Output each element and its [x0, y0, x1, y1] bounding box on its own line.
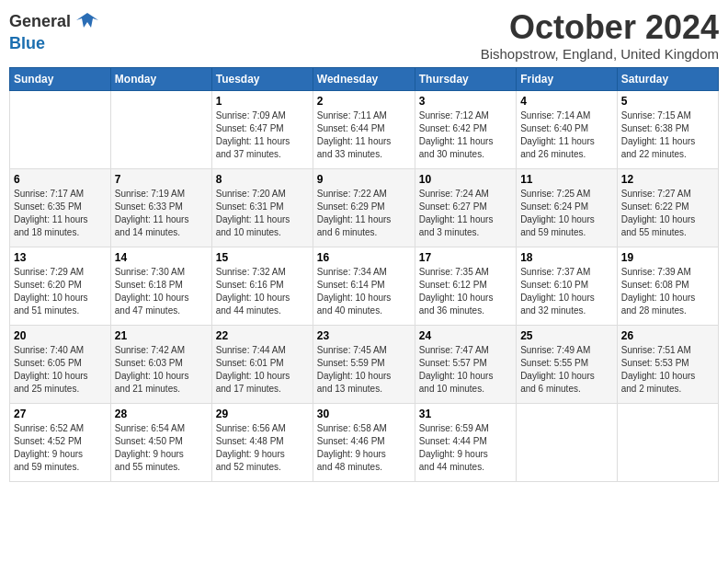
day-number: 14 [115, 251, 208, 264]
day-info: Sunrise: 7:47 AM Sunset: 5:57 PM Dayligh… [419, 344, 512, 396]
page-header: General Blue October 2024 Bishopstrow, E… [9, 9, 719, 62]
calendar-cell: 1Sunrise: 7:09 AM Sunset: 6:47 PM Daylig… [211, 90, 313, 168]
calendar-cell: 29Sunrise: 6:56 AM Sunset: 4:48 PM Dayli… [211, 403, 313, 481]
calendar-cell: 22Sunrise: 7:44 AM Sunset: 6:01 PM Dayli… [211, 325, 313, 403]
day-number: 5 [621, 95, 714, 108]
calendar-cell: 26Sunrise: 7:51 AM Sunset: 5:53 PM Dayli… [617, 325, 718, 403]
day-number: 20 [14, 329, 107, 342]
day-number: 12 [621, 173, 714, 186]
day-info: Sunrise: 7:22 AM Sunset: 6:29 PM Dayligh… [317, 188, 411, 239]
day-info: Sunrise: 7:30 AM Sunset: 6:18 PM Dayligh… [115, 266, 208, 317]
day-number: 19 [621, 251, 714, 264]
day-number: 30 [317, 408, 411, 420]
day-info: Sunrise: 7:40 AM Sunset: 6:05 PM Dayligh… [14, 344, 107, 396]
day-info: Sunrise: 7:24 AM Sunset: 6:27 PM Dayligh… [419, 188, 512, 239]
calendar-cell: 9Sunrise: 7:22 AM Sunset: 6:29 PM Daylig… [313, 168, 415, 247]
day-of-week-monday: Monday [110, 67, 211, 90]
day-info: Sunrise: 6:59 AM Sunset: 4:44 PM Dayligh… [419, 422, 512, 474]
day-info: Sunrise: 7:17 AM Sunset: 6:35 PM Dayligh… [14, 188, 107, 239]
day-info: Sunrise: 7:25 AM Sunset: 6:24 PM Dayligh… [520, 188, 613, 239]
calendar-cell: 30Sunrise: 6:58 AM Sunset: 4:46 PM Dayli… [313, 403, 415, 481]
month-title: October 2024 [481, 9, 719, 46]
day-info: Sunrise: 7:49 AM Sunset: 5:55 PM Dayligh… [520, 344, 613, 396]
day-number: 28 [115, 408, 208, 420]
calendar-cell: 27Sunrise: 6:52 AM Sunset: 4:52 PM Dayli… [10, 403, 111, 481]
calendar-cell: 20Sunrise: 7:40 AM Sunset: 6:05 PM Dayli… [10, 325, 111, 403]
day-info: Sunrise: 7:11 AM Sunset: 6:44 PM Dayligh… [317, 109, 411, 161]
location: Bishopstrow, England, United Kingdom [481, 46, 719, 62]
day-number: 25 [520, 329, 613, 342]
calendar-week-1: 1Sunrise: 7:09 AM Sunset: 6:47 PM Daylig… [10, 90, 719, 168]
calendar-cell: 3Sunrise: 7:12 AM Sunset: 6:42 PM Daylig… [415, 90, 516, 168]
calendar-cell: 11Sunrise: 7:25 AM Sunset: 6:24 PM Dayli… [517, 168, 618, 247]
day-info: Sunrise: 7:51 AM Sunset: 5:53 PM Dayligh… [621, 344, 714, 396]
calendar-cell: 21Sunrise: 7:42 AM Sunset: 6:03 PM Dayli… [110, 325, 211, 403]
day-of-week-thursday: Thursday [415, 67, 516, 90]
calendar-cell: 16Sunrise: 7:34 AM Sunset: 6:14 PM Dayli… [313, 247, 415, 325]
calendar-cell: 17Sunrise: 7:35 AM Sunset: 6:12 PM Dayli… [415, 247, 516, 325]
day-number: 8 [216, 173, 309, 186]
logo: General Blue [9, 9, 100, 53]
calendar-cell: 10Sunrise: 7:24 AM Sunset: 6:27 PM Dayli… [415, 168, 516, 247]
day-number: 4 [520, 95, 613, 108]
calendar-week-5: 27Sunrise: 6:52 AM Sunset: 4:52 PM Dayli… [10, 403, 719, 481]
day-of-week-tuesday: Tuesday [211, 67, 313, 90]
logo-general: General [9, 13, 71, 31]
day-number: 31 [419, 408, 512, 420]
day-of-week-wednesday: Wednesday [313, 67, 415, 90]
calendar-cell: 13Sunrise: 7:29 AM Sunset: 6:20 PM Dayli… [10, 247, 111, 325]
day-info: Sunrise: 7:32 AM Sunset: 6:16 PM Dayligh… [216, 266, 309, 317]
day-info: Sunrise: 7:35 AM Sunset: 6:12 PM Dayligh… [419, 266, 512, 317]
day-number: 21 [115, 329, 208, 342]
day-number: 11 [520, 173, 613, 186]
day-info: Sunrise: 7:09 AM Sunset: 6:47 PM Dayligh… [216, 109, 309, 161]
day-info: Sunrise: 7:12 AM Sunset: 6:42 PM Dayligh… [419, 109, 512, 161]
svg-marker-0 [76, 13, 98, 28]
day-info: Sunrise: 6:52 AM Sunset: 4:52 PM Dayligh… [14, 422, 107, 474]
day-info: Sunrise: 7:34 AM Sunset: 6:14 PM Dayligh… [317, 266, 411, 317]
calendar-cell: 25Sunrise: 7:49 AM Sunset: 5:55 PM Dayli… [517, 325, 618, 403]
calendar-week-2: 6Sunrise: 7:17 AM Sunset: 6:35 PM Daylig… [10, 168, 719, 247]
day-number: 29 [216, 408, 309, 420]
day-number: 13 [14, 251, 107, 264]
day-number: 9 [317, 173, 411, 186]
calendar-week-3: 13Sunrise: 7:29 AM Sunset: 6:20 PM Dayli… [10, 247, 719, 325]
calendar-cell: 8Sunrise: 7:20 AM Sunset: 6:31 PM Daylig… [211, 168, 313, 247]
day-info: Sunrise: 7:45 AM Sunset: 5:59 PM Dayligh… [317, 344, 411, 396]
day-info: Sunrise: 6:56 AM Sunset: 4:48 PM Dayligh… [216, 422, 309, 474]
day-info: Sunrise: 6:58 AM Sunset: 4:46 PM Dayligh… [317, 422, 411, 474]
calendar-cell: 4Sunrise: 7:14 AM Sunset: 6:40 PM Daylig… [517, 90, 618, 168]
day-number: 1 [216, 95, 309, 108]
day-info: Sunrise: 7:29 AM Sunset: 6:20 PM Dayligh… [14, 266, 107, 317]
calendar-cell: 14Sunrise: 7:30 AM Sunset: 6:18 PM Dayli… [110, 247, 211, 325]
calendar-cell [110, 90, 211, 168]
day-info: Sunrise: 7:39 AM Sunset: 6:08 PM Dayligh… [621, 266, 714, 317]
calendar-cell: 7Sunrise: 7:19 AM Sunset: 6:33 PM Daylig… [110, 168, 211, 247]
day-of-week-saturday: Saturday [617, 67, 718, 90]
day-number: 3 [419, 95, 512, 108]
calendar-cell: 23Sunrise: 7:45 AM Sunset: 5:59 PM Dayli… [313, 325, 415, 403]
day-info: Sunrise: 7:15 AM Sunset: 6:38 PM Dayligh… [621, 109, 714, 161]
day-info: Sunrise: 6:54 AM Sunset: 4:50 PM Dayligh… [115, 422, 208, 474]
calendar-cell: 6Sunrise: 7:17 AM Sunset: 6:35 PM Daylig… [10, 168, 111, 247]
day-number: 22 [216, 329, 309, 342]
calendar-cell: 5Sunrise: 7:15 AM Sunset: 6:38 PM Daylig… [617, 90, 718, 168]
logo-blue: Blue [9, 35, 100, 53]
day-info: Sunrise: 7:19 AM Sunset: 6:33 PM Dayligh… [115, 188, 208, 239]
day-number: 26 [621, 329, 714, 342]
day-info: Sunrise: 7:14 AM Sunset: 6:40 PM Dayligh… [520, 109, 613, 161]
calendar-cell: 28Sunrise: 6:54 AM Sunset: 4:50 PM Dayli… [110, 403, 211, 481]
day-number: 27 [14, 408, 107, 420]
day-info: Sunrise: 7:27 AM Sunset: 6:22 PM Dayligh… [621, 188, 714, 239]
calendar-cell [517, 403, 618, 481]
day-number: 17 [419, 251, 512, 264]
day-number: 15 [216, 251, 309, 264]
calendar-cell: 18Sunrise: 7:37 AM Sunset: 6:10 PM Dayli… [517, 247, 618, 325]
day-number: 2 [317, 95, 411, 108]
day-number: 18 [520, 251, 613, 264]
day-number: 23 [317, 329, 411, 342]
calendar-header: SundayMondayTuesdayWednesdayThursdayFrid… [10, 67, 719, 90]
day-info: Sunrise: 7:42 AM Sunset: 6:03 PM Dayligh… [115, 344, 208, 396]
calendar-table: SundayMondayTuesdayWednesdayThursdayFrid… [9, 67, 719, 482]
calendar-cell [617, 403, 718, 481]
